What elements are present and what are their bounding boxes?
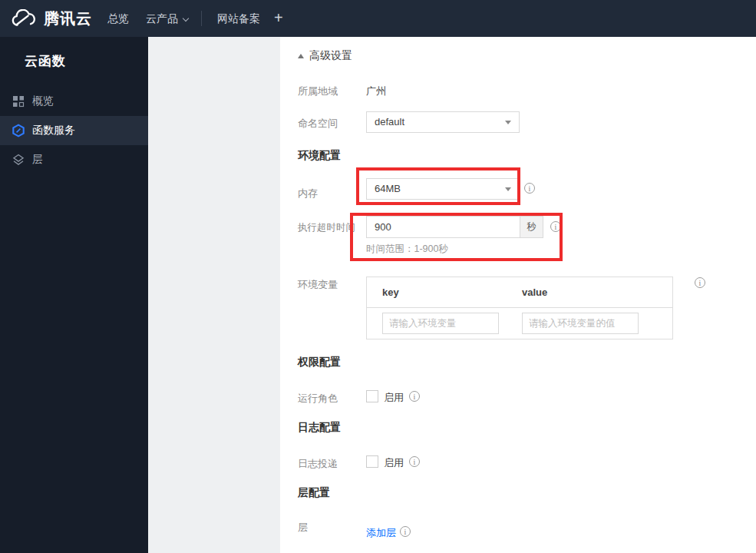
memory-select[interactable]: 64MB bbox=[366, 178, 520, 200]
timeout-input[interactable] bbox=[367, 217, 520, 237]
memory-selected-value: 64MB bbox=[375, 183, 401, 194]
sidebar-title: 云函数 bbox=[0, 37, 148, 70]
timeout-hint: 时间范围：1-900秒 bbox=[366, 243, 448, 256]
env-var-value-input[interactable] bbox=[522, 313, 639, 334]
advanced-settings-toggle[interactable]: 高级设置 bbox=[298, 49, 352, 63]
env-vars-input-row bbox=[367, 308, 672, 339]
env-config-title: 环境配置 bbox=[298, 149, 341, 163]
env-vars-header-row: key value bbox=[367, 277, 672, 308]
top-nav: 腾讯云 总览 云产品 网站备案 + bbox=[0, 0, 756, 37]
env-vars-key-header: key bbox=[367, 286, 522, 298]
run-role-info-icon[interactable] bbox=[409, 391, 420, 402]
env-var-key-input[interactable] bbox=[382, 313, 499, 334]
sidebar: 云函数 概览 函数服务 bbox=[0, 37, 148, 553]
content-background bbox=[148, 37, 280, 553]
layers-icon bbox=[12, 153, 25, 167]
grid-icon bbox=[12, 94, 25, 108]
sidebar-item-label: 函数服务 bbox=[32, 124, 75, 137]
run-role-label: 运行角色 bbox=[298, 392, 338, 406]
log-delivery-info-icon[interactable] bbox=[409, 456, 420, 467]
sidebar-item-layers[interactable]: 层 bbox=[0, 145, 148, 174]
add-layer-info-icon[interactable] bbox=[400, 526, 411, 537]
collapse-triangle-icon bbox=[298, 54, 304, 58]
namespace-label: 命名空间 bbox=[298, 117, 338, 131]
nav-item-website-record[interactable]: 网站备案 bbox=[217, 0, 260, 37]
memory-info-icon[interactable] bbox=[524, 183, 535, 194]
dropdown-caret-icon bbox=[505, 187, 511, 191]
namespace-selected-value: default bbox=[375, 116, 404, 127]
layer-config-title: 层配置 bbox=[298, 486, 330, 500]
tencent-cloud-logo-icon bbox=[11, 9, 37, 28]
timeout-label: 执行超时时间 bbox=[298, 221, 355, 234]
function-service-icon bbox=[12, 124, 25, 137]
timeout-input-group: 秒 bbox=[366, 216, 543, 238]
env-vars-value-header: value bbox=[522, 286, 547, 298]
sidebar-item-label: 概览 bbox=[32, 94, 54, 108]
nav-item-label: 云产品 bbox=[146, 12, 178, 25]
nav-item-cloud-products[interactable]: 云产品 bbox=[146, 0, 188, 37]
env-vars-table: key value bbox=[366, 276, 673, 339]
env-vars-info-icon[interactable] bbox=[695, 277, 705, 288]
memory-label: 内存 bbox=[298, 187, 318, 200]
permission-config-title: 权限配置 bbox=[298, 356, 341, 369]
dropdown-caret-icon bbox=[505, 121, 511, 124]
region-value: 广州 bbox=[366, 84, 386, 98]
run-role-enable-label: 启用 bbox=[384, 391, 404, 405]
chevron-down-icon bbox=[183, 15, 189, 22]
timeout-info-icon[interactable] bbox=[550, 221, 561, 232]
advanced-settings-panel: 高级设置 所属地域 广州 命名空间 default 环境配置 内存 64MB 执… bbox=[280, 37, 756, 553]
log-delivery-enable-label: 启用 bbox=[384, 456, 404, 470]
sidebar-item-label: 层 bbox=[32, 153, 43, 167]
sidebar-item-overview[interactable]: 概览 bbox=[0, 87, 148, 116]
brand-label: 腾讯云 bbox=[44, 8, 92, 29]
env-vars-label: 环境变量 bbox=[298, 278, 338, 292]
add-layer-link[interactable]: 添加层 bbox=[366, 526, 396, 540]
region-label: 所属地域 bbox=[298, 84, 338, 98]
nav-item-overview[interactable]: 总览 bbox=[107, 0, 129, 37]
log-delivery-enable-checkbox[interactable] bbox=[366, 455, 378, 468]
nav-divider bbox=[201, 11, 202, 26]
namespace-select[interactable]: default bbox=[366, 111, 520, 133]
layer-row-label: 层 bbox=[298, 521, 308, 535]
log-delivery-label: 日志投递 bbox=[298, 457, 338, 471]
advanced-settings-label: 高级设置 bbox=[309, 49, 352, 63]
sidebar-item-function-service[interactable]: 函数服务 bbox=[0, 116, 148, 145]
brand[interactable]: 腾讯云 bbox=[11, 0, 92, 37]
log-config-title: 日志配置 bbox=[298, 421, 341, 435]
timeout-unit[interactable]: 秒 bbox=[520, 217, 543, 237]
run-role-enable-checkbox[interactable] bbox=[366, 390, 378, 402]
add-tab-button[interactable]: + bbox=[274, 0, 283, 37]
